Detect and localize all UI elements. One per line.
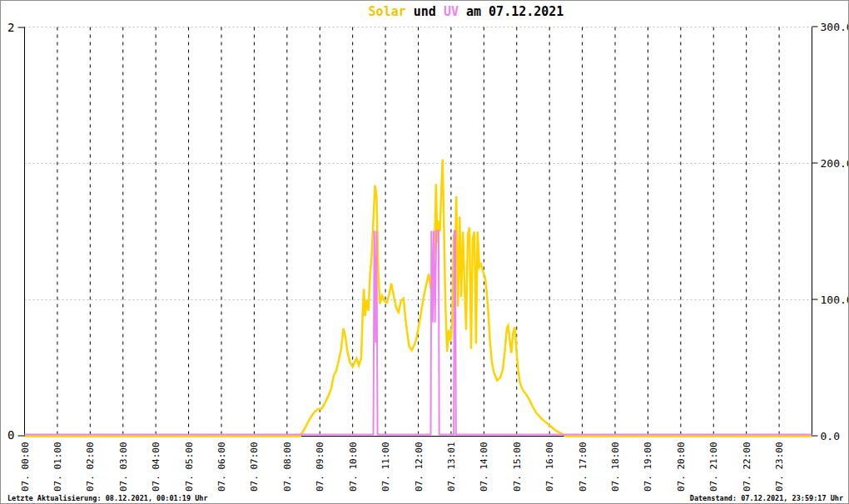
last-update-text: Letzte Aktualisierung: 08.12.2021, 00:01… — [7, 494, 208, 502]
x-tick-label: 07. 04:00 — [151, 442, 161, 492]
x-tick-label: 07. 16:00 — [544, 442, 555, 492]
data-timestamp-text: Datenstand: 07.12.2021, 23:59:17 Uhr — [690, 494, 843, 502]
x-tick-label: 07. 14:00 — [479, 442, 489, 492]
y-right-tick-label: 0.0 — [821, 430, 840, 442]
x-tick-label: 07. 05:00 — [184, 442, 195, 492]
chart-page: Solar und UV am 07.12.2021 20300.0200.01… — [0, 0, 849, 504]
x-tick-label: 07. 06:00 — [216, 442, 227, 492]
x-tick-label: 07. 00:00 — [20, 442, 31, 492]
y-right-tick-label: 300.0 — [821, 21, 849, 33]
x-tick-label: 07. 03:00 — [118, 442, 129, 492]
x-tick-label: 07. 10:00 — [348, 442, 359, 492]
x-tick-label: 07. 23:00 — [774, 442, 785, 492]
x-tick-label: 07. 09:00 — [315, 442, 325, 492]
y-left-tick-label: 0 — [7, 428, 14, 442]
y-right-tick-label: 200.0 — [821, 157, 849, 170]
y-right-tick-label: 100.0 — [821, 294, 849, 306]
x-tick-label: 07. 21:00 — [708, 442, 719, 492]
x-tick-label: 07. 12:00 — [414, 442, 424, 492]
x-tick-label: 07. 13:01 — [446, 442, 457, 492]
x-tick-label: 07. 11:00 — [380, 442, 391, 492]
x-tick-label: 07. 19:00 — [643, 442, 653, 492]
solar-uv-plot: 20300.0200.0100.00.007. 00:0007. 01:0007… — [1, 1, 848, 503]
x-tick-label: 07. 02:00 — [85, 442, 96, 492]
x-tick-label: 07. 01:00 — [52, 442, 63, 492]
chart-footer: Letzte Aktualisierung: 08.12.2021, 00:01… — [7, 494, 843, 502]
x-tick-label: 07. 15:00 — [512, 442, 523, 492]
x-tick-label: 07. 08:00 — [282, 442, 293, 492]
x-tick-label: 07. 07:00 — [249, 442, 260, 492]
x-tick-label: 07. 22:00 — [742, 442, 752, 492]
x-tick-label: 07. 20:00 — [676, 442, 687, 492]
x-tick-label: 07. 18:00 — [610, 442, 621, 492]
x-tick-label: 07. 17:00 — [578, 442, 588, 492]
y-left-tick-label: 2 — [7, 21, 14, 34]
